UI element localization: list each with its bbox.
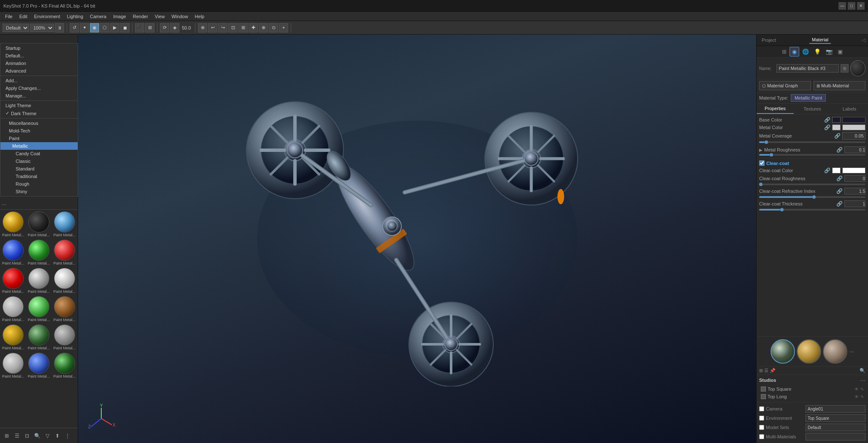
menu-standard[interactable]: Standard xyxy=(0,165,78,173)
material-tab[interactable]: Material xyxy=(809,36,831,44)
tool8[interactable]: ⊞ xyxy=(145,23,154,32)
icon-tab-camera[interactable]: 📷 xyxy=(824,47,835,57)
lib-tile-btn[interactable]: ⊡ xyxy=(23,432,31,440)
metal-coverage-link[interactable]: 🔗 xyxy=(834,133,841,139)
menu-light-theme[interactable]: Light Theme xyxy=(0,102,78,109)
roughness-thumb[interactable] xyxy=(770,153,773,157)
menu-default[interactable]: Default... xyxy=(0,52,78,59)
menu-shiny[interactable]: Shiny xyxy=(0,188,78,195)
prev-search-btn[interactable]: 🔍 xyxy=(860,368,865,373)
tool12[interactable]: ↩ xyxy=(208,23,217,32)
roughness-slider[interactable] xyxy=(759,154,865,156)
prev-list-btn[interactable]: ☰ xyxy=(764,368,768,373)
icon-tab-light[interactable]: 💡 xyxy=(812,47,823,57)
icon-tab-grid[interactable]: ⊞ xyxy=(780,47,789,57)
library-options-btn[interactable]: ··· xyxy=(2,201,7,208)
menu-traditional[interactable]: Traditional xyxy=(0,173,78,180)
tab-labels[interactable]: Labels xyxy=(831,104,868,114)
menu-help[interactable]: Help xyxy=(192,13,208,20)
cc-roughness-slider[interactable] xyxy=(759,184,865,185)
camera-val[interactable] xyxy=(806,405,865,413)
list-item[interactable]: Paint Metal... xyxy=(52,239,77,266)
menu-rough[interactable]: Rough xyxy=(0,180,78,188)
roughness-link[interactable]: 🔗 xyxy=(836,147,843,153)
cc-thickness-input[interactable] xyxy=(844,200,865,207)
multi-materials-val[interactable] xyxy=(806,433,865,440)
zoom-dropdown[interactable]: 100% xyxy=(30,24,54,32)
list-item[interactable]: Paint Metal... xyxy=(52,211,77,238)
tool4[interactable]: ⬡ xyxy=(100,23,109,32)
camera-checkbox[interactable] xyxy=(759,406,764,411)
project-tab[interactable]: Project xyxy=(759,37,779,43)
tool1[interactable]: ↺ xyxy=(70,23,79,32)
tool7[interactable]: ⬛ xyxy=(135,23,144,32)
menu-classic[interactable]: Classic xyxy=(0,157,78,165)
list-item[interactable]: Paint Metal... xyxy=(52,324,77,351)
environment-checkbox[interactable] xyxy=(759,416,764,421)
metal-coverage-thumb[interactable] xyxy=(765,140,768,144)
menu-advanced[interactable]: Advanced xyxy=(0,67,78,75)
list-item[interactable]: Paint Metal... xyxy=(27,324,51,351)
material-graph-btn[interactable]: ⬡ Material Graph xyxy=(759,81,811,90)
viewport[interactable]: X Y Z xyxy=(78,35,756,443)
list-item[interactable]: Paint Metal... xyxy=(27,352,51,379)
list-item[interactable]: Paint Metal... xyxy=(1,239,26,266)
roughness-value[interactable] xyxy=(844,146,865,153)
list-item[interactable]: Paint Metal... xyxy=(27,239,51,266)
tool6[interactable]: ⏹ xyxy=(120,23,130,32)
model-sets-val[interactable] xyxy=(806,424,865,431)
metal-roughness-header[interactable]: ▶ Metal Roughness 🔗 xyxy=(759,146,865,154)
preview-more-btn[interactable]: ··· xyxy=(849,348,854,355)
menu-startup[interactable]: Startup xyxy=(0,44,78,52)
icon-tab-circle[interactable]: ◉ xyxy=(790,47,799,57)
material-name-input[interactable] xyxy=(776,64,839,73)
menu-render[interactable]: Render xyxy=(130,13,151,20)
tool11[interactable]: ⊕ xyxy=(198,23,207,32)
tab-textures[interactable]: Textures xyxy=(794,104,831,114)
menu-view[interactable]: View xyxy=(151,13,168,20)
list-item[interactable]: Paint Metal... xyxy=(27,211,51,238)
cc-roughness-link[interactable]: 🔗 xyxy=(836,176,843,181)
lib-grid-btn[interactable]: ⊞ xyxy=(3,432,11,440)
model-sets-checkbox[interactable] xyxy=(759,425,764,430)
pause-btn[interactable]: ⏸ xyxy=(55,23,64,32)
studio-row-top-long[interactable]: Top Long 👁 ✎ xyxy=(759,393,865,400)
list-item[interactable]: Paint Metal... xyxy=(27,267,51,294)
base-color-link[interactable]: 🔗 xyxy=(824,117,830,123)
tool9[interactable]: ⟳ xyxy=(160,23,169,32)
menu-environment[interactable]: Environment xyxy=(31,13,64,20)
menu-edit[interactable]: Edit xyxy=(16,13,31,20)
panel-collapse-btn[interactable]: ◁ xyxy=(862,37,865,43)
menu-file[interactable]: File xyxy=(2,13,16,20)
tab-properties[interactable]: Properties xyxy=(757,104,794,114)
cc-refractive-link[interactable]: 🔗 xyxy=(836,188,843,194)
menu-mold-tech[interactable]: Mold-Tech xyxy=(0,127,78,135)
preview-sphere-3[interactable] xyxy=(823,339,847,364)
clearcoat-color-swatch[interactable] xyxy=(832,167,841,173)
studio-eye-btn2[interactable]: 👁 xyxy=(854,394,859,399)
menu-paint[interactable]: Paint xyxy=(0,135,78,142)
list-item[interactable]: Paint Metal... xyxy=(1,352,26,379)
metal-color-swatch[interactable] xyxy=(832,124,841,130)
tool15[interactable]: ⊞ xyxy=(238,23,248,32)
list-item[interactable]: Paint Metal... xyxy=(1,324,26,351)
lib-filter-btn[interactable]: ▽ xyxy=(43,432,51,440)
menu-miscellaneous[interactable]: Miscellaneous xyxy=(0,119,78,127)
list-item[interactable]: Paint Metal... xyxy=(1,295,26,323)
tool18[interactable]: ⊙ xyxy=(269,23,278,32)
menu-window[interactable]: Window xyxy=(168,13,191,20)
minimize-button[interactable]: — xyxy=(838,2,846,10)
icon-tab-globe[interactable]: 🌐 xyxy=(800,47,811,57)
cc-roughness-thumb[interactable] xyxy=(759,183,763,186)
cc-thickness-link[interactable]: 🔗 xyxy=(836,201,843,207)
prev-grid-btn[interactable]: ⊞ xyxy=(759,368,763,373)
cc-roughness-input[interactable] xyxy=(844,175,865,182)
tool5[interactable]: ▶ xyxy=(110,23,119,32)
list-item[interactable]: Paint Metal... xyxy=(52,267,77,294)
tool16[interactable]: ✚ xyxy=(249,23,258,32)
cc-thickness-slider[interactable] xyxy=(759,209,865,211)
maximize-button[interactable]: □ xyxy=(848,2,855,10)
menu-lighting[interactable]: Lighting xyxy=(63,13,87,20)
menu-image[interactable]: Image xyxy=(110,13,130,20)
cc-refractive-slider[interactable] xyxy=(759,196,865,198)
